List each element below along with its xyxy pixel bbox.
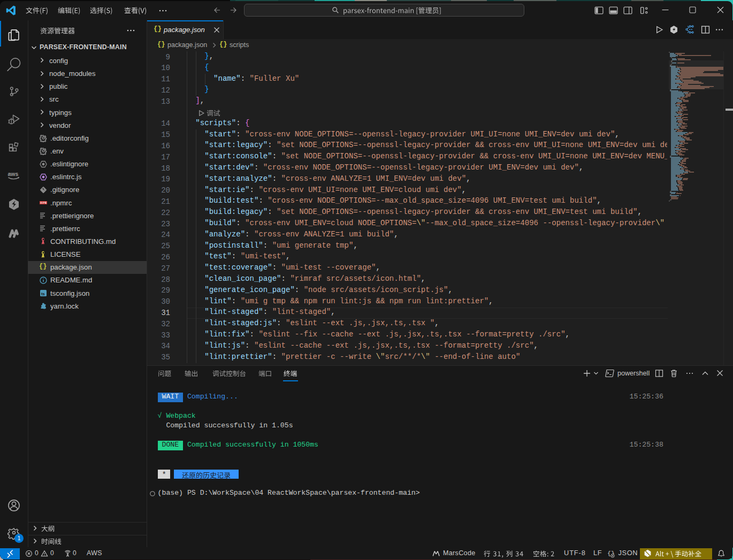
- svg-text:ts: ts: [41, 291, 45, 296]
- svg-text:aws: aws: [8, 171, 19, 177]
